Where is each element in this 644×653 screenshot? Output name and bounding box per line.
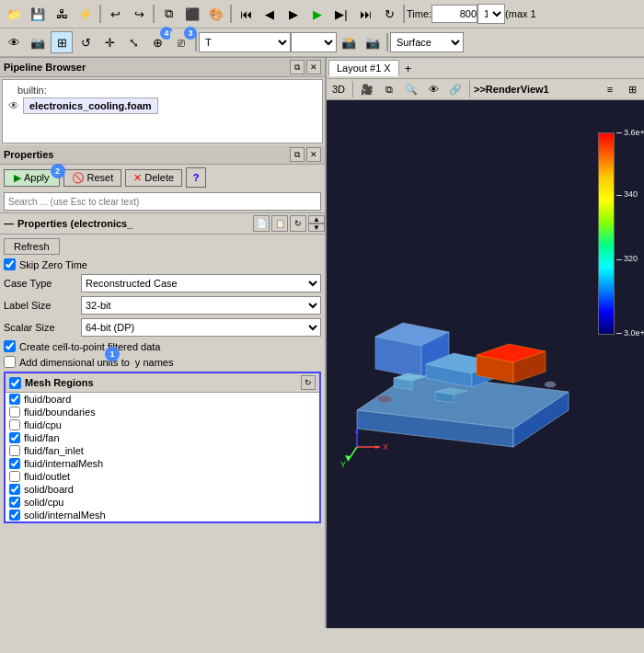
first-frame-btn[interactable]: ⏮	[235, 3, 257, 25]
3d-btn[interactable]: 3D	[328, 80, 349, 98]
representation-select[interactable]	[291, 32, 337, 52]
svg-point-17	[377, 395, 392, 403]
viewport[interactable]: X Y Z 3.6e+02 340 320	[327, 100, 644, 628]
skip-zero-time-checkbox[interactable]	[4, 258, 16, 270]
case-type-row: Case Type Reconstructed Case	[4, 272, 321, 294]
label-size-select[interactable]: 32-bit	[81, 296, 321, 315]
translate-btn[interactable]: ✛	[98, 31, 121, 53]
badge-1: 1	[105, 347, 120, 361]
reset-label: Reset	[87, 172, 114, 183]
refresh-button[interactable]: Refresh	[4, 238, 60, 255]
play-btn[interactable]: ▶	[282, 3, 305, 25]
reset-button[interactable]: 🚫 Reset	[63, 169, 122, 187]
sep2	[153, 5, 155, 23]
pipeline-file-item[interactable]: 👁 electronics_cooling.foam	[6, 97, 318, 115]
properties-close-btn[interactable]: ✕	[306, 147, 321, 162]
grid-btn[interactable]: ⊞	[51, 31, 73, 53]
mesh-item-checkbox[interactable]	[9, 497, 20, 508]
mesh-regions-refresh-btn[interactable]: ↻	[301, 375, 316, 390]
mesh-item-checkbox[interactable]	[9, 432, 20, 443]
cell-to-point-label: Create cell-to-point filtered data	[19, 341, 160, 352]
props-copy-btn[interactable]: 📄	[253, 215, 270, 232]
cell-to-point-row: Create cell-to-point filtered data	[4, 338, 321, 354]
scroll-up-btn[interactable]: ▲	[308, 215, 325, 223]
render-zoom-btn[interactable]: 🔍	[401, 80, 421, 98]
prev-frame-btn[interactable]: ◀	[259, 3, 281, 25]
search-input[interactable]	[4, 192, 321, 211]
props-paste-btn[interactable]: 📋	[271, 215, 288, 232]
undo-btn[interactable]: ↩	[104, 3, 126, 25]
next-frame-btn[interactable]: ▶|	[330, 3, 352, 25]
mesh-item-label: solid/board	[24, 484, 74, 495]
camera-btn[interactable]: 📷	[27, 31, 49, 53]
time-step-select[interactable]: 1	[477, 4, 505, 24]
time-input[interactable]	[431, 5, 477, 23]
loop-btn[interactable]: ↻	[378, 3, 400, 25]
render-split-btn[interactable]: ⊞	[622, 80, 642, 98]
mesh-item-checkbox[interactable]	[9, 484, 20, 495]
play-live-btn[interactable]: ▶	[306, 3, 328, 25]
props-refresh-btn[interactable]: ↻	[290, 215, 306, 232]
mesh-item-checkbox[interactable]	[9, 458, 20, 469]
redo-btn[interactable]: ↪	[128, 3, 150, 25]
camera2-btn[interactable]: 📷	[362, 31, 384, 53]
render-props-btn[interactable]: ≡	[600, 80, 620, 98]
scalar-size-select[interactable]: 64-bit (DP)	[81, 318, 321, 337]
mesh-item-label: fluid/board	[24, 394, 71, 405]
last-frame-btn[interactable]: ⏭	[354, 3, 376, 25]
delete-button[interactable]: ✕ Delete	[125, 169, 182, 187]
mesh-regions-content: fluid/boardfluid/boundariesfluid/cpuflui…	[6, 393, 319, 521]
mesh-regions-all-checkbox[interactable]	[9, 377, 21, 389]
eye-icon[interactable]: 👁	[8, 99, 19, 112]
badge-2: 2	[51, 164, 65, 178]
mesh-item: fluid/cpu	[6, 418, 319, 431]
paste-btn[interactable]: ⬛	[181, 3, 203, 25]
screenshot-btn[interactable]: 📸	[338, 31, 360, 53]
refresh-btn-row: Refresh	[4, 236, 321, 257]
svg-point-18	[545, 382, 556, 387]
pipeline-file-label[interactable]: electronics_cooling.foam	[23, 97, 158, 114]
mesh-item-checkbox[interactable]	[9, 394, 20, 405]
add-dimensional-checkbox[interactable]	[4, 356, 16, 368]
mesh-item-label: fluid/cpu	[24, 419, 62, 430]
props-content: Refresh Skip Zero Time Case Type Reconst…	[0, 235, 325, 628]
mesh-item-checkbox[interactable]	[9, 419, 20, 430]
disconnect-btn[interactable]: ⚡	[75, 3, 97, 25]
render-eye2-btn[interactable]: 👁	[423, 80, 443, 98]
tab-add-btn[interactable]: +	[401, 62, 416, 75]
tab-layout1[interactable]: Layout #1 X	[328, 60, 399, 76]
connect-btn[interactable]: 🖧	[51, 3, 73, 25]
mesh-item-checkbox[interactable]	[9, 471, 20, 482]
left-panel: Pipeline Browser ⧉ ✕ builtin: 👁 electron…	[0, 58, 327, 628]
pipeline-float-btn[interactable]: ⧉	[290, 60, 305, 74]
pipeline-close-btn[interactable]: ✕	[306, 60, 321, 74]
color-btn[interactable]: 🎨	[205, 3, 227, 25]
builtin-label: builtin:	[8, 85, 47, 96]
mesh-item-label: fluid/fan_inlet	[24, 445, 84, 456]
render-cam-btn[interactable]: 🎥	[357, 80, 377, 98]
add-dimensional-suffix: y names	[135, 357, 174, 368]
pipeline-builtin-item: builtin:	[6, 84, 318, 97]
mesh-item-checkbox[interactable]	[9, 445, 20, 456]
help-button[interactable]: ?	[186, 167, 206, 188]
scale-btn[interactable]: ⤡	[122, 31, 144, 53]
rotate-btn[interactable]: ↺	[75, 31, 97, 53]
mesh-item-label: fluid/outlet	[24, 471, 70, 482]
cell-to-point-checkbox[interactable]	[4, 340, 16, 352]
case-type-select[interactable]: Reconstructed Case	[81, 274, 321, 292]
variable-select[interactable]: T	[199, 32, 291, 52]
copy-btn[interactable]: ⧉	[157, 3, 179, 25]
mesh-item: fluid/outlet	[6, 470, 319, 483]
pipeline-area: builtin: 👁 electronics_cooling.foam	[2, 79, 323, 143]
eye-btn[interactable]: 👁	[3, 31, 25, 53]
open-file-btn[interactable]: 📁	[3, 3, 25, 25]
surface-select[interactable]: Surface	[390, 32, 464, 52]
time-label: Time:	[407, 8, 431, 19]
render-link-btn[interactable]: 🔗	[445, 80, 466, 98]
mesh-item-checkbox[interactable]	[9, 407, 20, 418]
render-reset-btn[interactable]: ⧉	[379, 80, 399, 98]
save-btn[interactable]: 💾	[27, 3, 49, 25]
properties-float-btn[interactable]: ⧉	[290, 147, 305, 162]
mesh-item-checkbox[interactable]	[9, 510, 20, 521]
scroll-down-btn[interactable]: ▼	[308, 223, 325, 232]
